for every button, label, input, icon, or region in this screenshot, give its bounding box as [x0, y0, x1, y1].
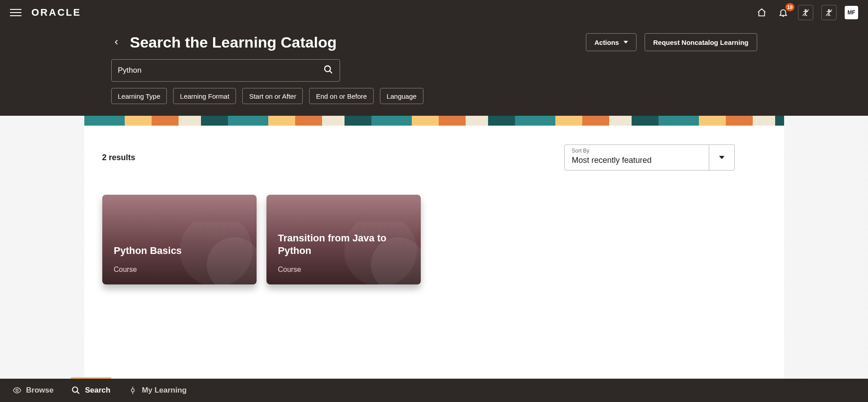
nav-my-learning[interactable]: My Learning — [128, 386, 187, 395]
svg-point-9 — [131, 389, 135, 392]
result-card[interactable]: Transition from Java to Python Course — [266, 195, 421, 284]
home-icon[interactable] — [755, 6, 768, 19]
accessibility-icon-1[interactable] — [798, 5, 813, 20]
sort-label: Sort By — [572, 148, 589, 154]
filter-language[interactable]: Language — [380, 88, 423, 104]
active-indicator — [71, 377, 111, 379]
page-header: Search the Learning Catalog Actions Requ… — [0, 25, 868, 116]
svg-point-0 — [805, 9, 807, 11]
svg-point-7 — [73, 387, 78, 393]
card-type: Course — [114, 266, 245, 274]
nav-browse-label: Browse — [26, 386, 53, 395]
nav-search-label: Search — [85, 386, 110, 395]
bell-icon[interactable]: 19 — [776, 6, 790, 19]
nav-my-learning-label: My Learning — [142, 386, 187, 395]
request-noncatalog-button[interactable]: Request Noncatalog Learning — [645, 33, 757, 51]
svg-point-6 — [16, 389, 18, 392]
chevron-down-icon — [719, 156, 724, 159]
brand-logo[interactable]: ORACLE — [31, 7, 81, 18]
top-nav-icons: 19 MF — [755, 5, 858, 20]
result-card[interactable]: Python Basics Course — [102, 195, 257, 284]
svg-line-8 — [77, 392, 79, 394]
results-count: 2 results — [102, 153, 135, 162]
page-title: Search the Learning Catalog — [130, 34, 337, 51]
menu-icon[interactable] — [10, 7, 22, 18]
svg-point-2 — [829, 9, 830, 11]
results-grid: Python Basics Course Transition from Jav… — [84, 170, 784, 284]
request-noncatalog-label: Request Noncatalog Learning — [653, 39, 749, 46]
nav-browse[interactable]: Browse — [13, 386, 53, 395]
svg-point-4 — [324, 66, 330, 72]
filter-learning-format[interactable]: Learning Format — [173, 88, 236, 104]
card-title: Transition from Java to Python — [278, 232, 409, 257]
decorative-strip — [84, 116, 784, 126]
actions-button[interactable]: Actions — [586, 33, 637, 51]
filter-end-on-before[interactable]: End on or Before — [309, 88, 373, 104]
sort-value: Most recently featured — [572, 156, 652, 165]
search-input[interactable] — [118, 66, 323, 75]
filter-learning-type[interactable]: Learning Type — [111, 88, 167, 104]
top-nav: ORACLE 19 MF — [0, 0, 868, 25]
search-box — [111, 59, 340, 82]
content-area: 2 results Sort By Most recently featured… — [0, 116, 868, 379]
accessibility-icon-2[interactable] — [821, 5, 837, 20]
card-title: Python Basics — [114, 245, 245, 257]
nav-search[interactable]: Search — [71, 386, 110, 395]
sort-select[interactable]: Sort By Most recently featured — [564, 144, 735, 170]
avatar[interactable]: MF — [845, 6, 858, 19]
filter-row: Learning Type Learning Format Start on o… — [111, 88, 757, 104]
back-icon[interactable] — [111, 37, 122, 48]
actions-button-label: Actions — [594, 39, 619, 46]
notification-badge: 19 — [785, 3, 794, 11]
content-panel: 2 results Sort By Most recently featured… — [84, 116, 784, 379]
bottom-nav: Browse Search My Learning — [0, 379, 868, 402]
search-icon[interactable] — [323, 65, 333, 76]
filter-start-on-after[interactable]: Start on or After — [242, 88, 303, 104]
card-type: Course — [278, 266, 409, 274]
svg-line-5 — [329, 71, 332, 74]
